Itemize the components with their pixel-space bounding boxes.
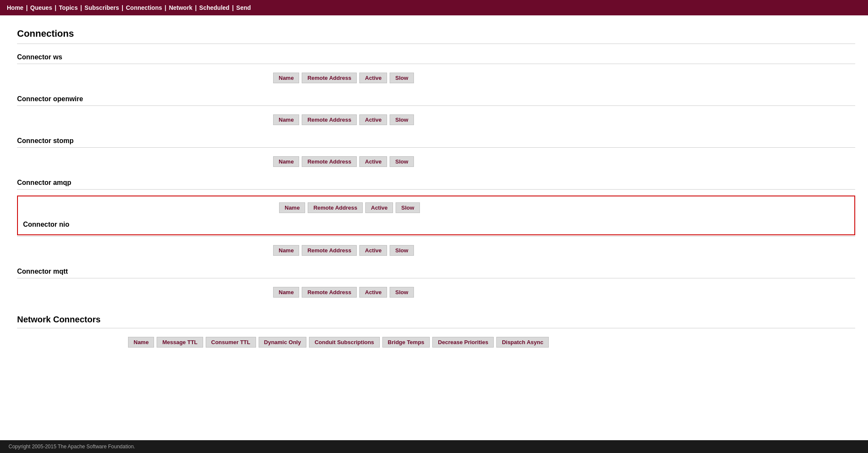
connector-nio-col-active: Active xyxy=(359,245,387,256)
connector-nio-highlighted: Name Remote Address Active Slow Connecto… xyxy=(17,196,855,235)
connector-nio-headers: Name Remote Address Active Slow xyxy=(273,243,855,260)
connector-nio-col-slow: Slow xyxy=(390,245,414,256)
connector-mqtt-col-slow: Slow xyxy=(390,287,414,298)
connector-openwire-col-slow: Slow xyxy=(390,114,414,125)
connector-openwire-divider xyxy=(17,105,855,106)
connector-mqtt-col-name: Name xyxy=(273,287,299,298)
connector-ws-divider xyxy=(17,64,855,64)
connector-mqtt-col-active: Active xyxy=(359,287,387,298)
connector-ws-title: Connector ws xyxy=(17,50,855,64)
connector-mqtt-title: Connector mqtt xyxy=(17,264,855,278)
connector-stomp-section: Connector stomp Name Remote Address Acti… xyxy=(17,134,855,171)
network-col-dispatch-async: Dispatch Async xyxy=(496,337,549,348)
connector-ws-col-remote: Remote Address xyxy=(302,73,357,83)
nav-topics[interactable]: Topics xyxy=(59,4,78,11)
nav-connections[interactable]: Connections xyxy=(126,4,162,11)
connector-stomp-divider xyxy=(17,147,855,148)
nav-network[interactable]: Network xyxy=(169,4,192,11)
connector-amqp-section: Connector amqp xyxy=(17,175,855,190)
connector-openwire-section: Connector openwire Name Remote Address A… xyxy=(17,92,855,129)
connector-stomp-col-active: Active xyxy=(359,156,387,167)
connector-stomp-col-slow: Slow xyxy=(390,156,414,167)
connector-nio-divider xyxy=(17,236,855,237)
connector-amqp-headers: Name Remote Address Active Slow xyxy=(279,200,849,217)
connector-mqtt-col-remote: Remote Address xyxy=(302,287,357,298)
connector-openwire-col-name: Name xyxy=(273,114,299,125)
network-col-consumer-ttl: Consumer TTL xyxy=(206,337,256,348)
connector-stomp-headers: Name Remote Address Active Slow xyxy=(273,154,855,171)
network-col-message-ttl: Message TTL xyxy=(157,337,203,348)
nav-home[interactable]: Home xyxy=(7,4,23,11)
network-col-name: Name xyxy=(128,337,154,348)
connector-amqp-title: Connector amqp xyxy=(17,175,855,189)
network-col-dynamic-only: Dynamic Only xyxy=(259,337,307,348)
connector-amqp-divider xyxy=(17,189,855,190)
connector-ws-col-slow: Slow xyxy=(390,73,414,83)
network-connectors-divider xyxy=(17,328,855,328)
connector-openwire-col-remote: Remote Address xyxy=(302,114,357,125)
connector-nio-section: Name Remote Address Active Slow xyxy=(17,236,855,260)
connector-nio-col-name: Name xyxy=(273,245,299,256)
connector-nio-col-remote: Remote Address xyxy=(302,245,357,256)
nav-sep-7: | xyxy=(232,4,234,11)
nav-sep-1: | xyxy=(26,4,28,11)
main-content: Connections Connector ws Name Remote Add… xyxy=(0,15,868,369)
nav-bar: Home | Queues | Topics | Subscribers | C… xyxy=(0,0,868,15)
connector-mqtt-divider xyxy=(17,278,855,278)
nav-scheduled[interactable]: Scheduled xyxy=(199,4,230,11)
connector-amqp-col-slow: Slow xyxy=(396,202,419,213)
network-col-decrease-priorities: Decrease Priorities xyxy=(432,337,494,348)
connector-openwire-col-active: Active xyxy=(359,114,387,125)
connector-stomp-col-name: Name xyxy=(273,156,299,167)
connector-ws-headers: Name Remote Address Active Slow xyxy=(273,70,855,88)
nav-sep-6: | xyxy=(195,4,197,11)
nav-sep-2: | xyxy=(55,4,56,11)
connector-amqp-col-name: Name xyxy=(279,202,305,213)
connector-nio-title: Connector nio xyxy=(23,217,849,231)
connector-mqtt-section: Connector mqtt Name Remote Address Activ… xyxy=(17,264,855,302)
connector-openwire-title: Connector openwire xyxy=(17,92,855,105)
connector-stomp-col-remote: Remote Address xyxy=(302,156,357,167)
nav-sep-5: | xyxy=(165,4,166,11)
nav-send[interactable]: Send xyxy=(236,4,251,11)
connector-stomp-title: Connector stomp xyxy=(17,134,855,147)
nav-subscribers[interactable]: Subscribers xyxy=(84,4,119,11)
network-connectors-section: Network Connectors Name Message TTL Cons… xyxy=(17,310,855,352)
network-connectors-title: Network Connectors xyxy=(17,310,855,328)
network-col-bridge-temps: Bridge Temps xyxy=(382,337,430,348)
connector-ws-col-active: Active xyxy=(359,73,387,83)
connector-amqp-col-active: Active xyxy=(365,202,393,213)
network-col-conduit: Conduit Subscriptions xyxy=(309,337,379,348)
nav-queues[interactable]: Queues xyxy=(30,4,52,11)
page-title: Connections xyxy=(17,28,855,39)
connector-mqtt-headers: Name Remote Address Active Slow xyxy=(273,284,855,302)
network-connectors-headers: Name Message TTL Consumer TTL Dynamic On… xyxy=(128,334,855,352)
connector-ws-section: Connector ws Name Remote Address Active … xyxy=(17,50,855,88)
connector-ws-col-name: Name xyxy=(273,73,299,83)
main-divider xyxy=(17,44,855,44)
connector-openwire-headers: Name Remote Address Active Slow xyxy=(273,112,855,129)
connector-amqp-col-remote: Remote Address xyxy=(308,202,363,213)
nav-sep-4: | xyxy=(122,4,123,11)
nav-sep-3: | xyxy=(80,4,82,11)
